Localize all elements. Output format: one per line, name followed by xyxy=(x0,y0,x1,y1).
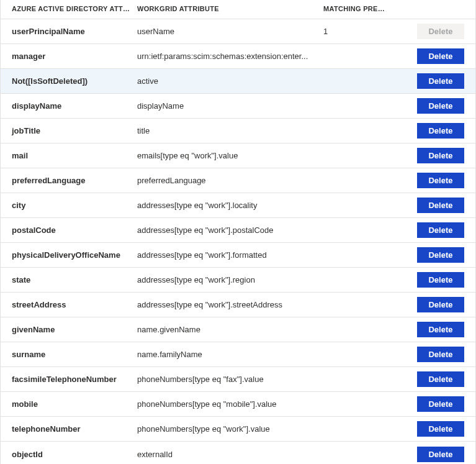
delete-button[interactable]: Delete xyxy=(417,322,464,337)
cell-azure-attribute: postalCode xyxy=(1,225,137,235)
cell-azure-attribute: displayName xyxy=(1,101,137,111)
cell-matching-precedence: 1 xyxy=(323,27,392,36)
cell-workgrid-attribute: preferredLanguage xyxy=(137,176,323,185)
cell-action: Delete xyxy=(392,123,475,139)
cell-workgrid-attribute: urn:ietf:params:scim:schemas:extension:e… xyxy=(137,52,323,61)
cell-azure-attribute: userPrincipalName xyxy=(1,27,137,36)
table-body: userPrincipalNameuserName1Deletemanageru… xyxy=(1,19,475,464)
delete-button[interactable]: Delete xyxy=(417,198,464,213)
delete-button: Delete xyxy=(417,24,464,39)
cell-workgrid-attribute: userName xyxy=(137,27,323,36)
table-row[interactable]: userPrincipalNameuserName1Delete xyxy=(1,19,475,44)
delete-button[interactable]: Delete xyxy=(417,371,464,387)
cell-azure-attribute: Not([IsSoftDeleted]) xyxy=(1,76,137,86)
cell-action: Delete xyxy=(392,421,475,437)
cell-action: Delete xyxy=(392,198,475,213)
table-row[interactable]: physicalDeliveryOfficeNameaddresses[type… xyxy=(1,243,475,268)
table-row[interactable]: jobTitletitleDelete xyxy=(1,119,475,143)
table-row[interactable]: mailemails[type eq "work"].valueDelete xyxy=(1,143,475,168)
header-matching-precedence: MATCHING PREC... xyxy=(323,5,392,12)
delete-button[interactable]: Delete xyxy=(417,222,464,238)
delete-button[interactable]: Delete xyxy=(417,48,464,64)
cell-azure-attribute: preferredLanguage xyxy=(1,176,137,185)
delete-button[interactable]: Delete xyxy=(417,272,464,288)
delete-button[interactable]: Delete xyxy=(417,447,464,462)
delete-button[interactable]: Delete xyxy=(417,297,464,312)
cell-azure-attribute: city xyxy=(1,201,137,210)
cell-azure-attribute: streetAddress xyxy=(1,300,137,309)
table-row[interactable]: surnamename.familyNameDelete xyxy=(1,342,475,367)
cell-azure-attribute: telephoneNumber xyxy=(1,424,137,434)
cell-workgrid-attribute: externalId xyxy=(137,450,323,459)
table-row[interactable]: streetAddressaddresses[type eq "work"].s… xyxy=(1,293,475,317)
delete-button[interactable]: Delete xyxy=(417,247,464,263)
cell-action: Delete xyxy=(392,98,475,114)
cell-azure-attribute: mail xyxy=(1,151,137,160)
cell-workgrid-attribute: addresses[type eq "work"].streetAddress xyxy=(137,300,323,309)
header-azure-attribute: AZURE ACTIVE DIRECTORY ATTRIBU... xyxy=(1,5,137,12)
delete-button[interactable]: Delete xyxy=(417,396,464,412)
cell-workgrid-attribute: name.givenName xyxy=(137,325,323,334)
attribute-mapping-table: AZURE ACTIVE DIRECTORY ATTRIBU... WORKGR… xyxy=(0,0,476,464)
table-row[interactable]: givenNamename.givenNameDelete xyxy=(1,317,475,342)
cell-workgrid-attribute: addresses[type eq "work"].locality xyxy=(137,201,323,210)
cell-azure-attribute: facsimileTelephoneNumber xyxy=(1,375,137,384)
cell-azure-attribute: mobile xyxy=(1,399,137,409)
table-row[interactable]: displayNamedisplayNameDelete xyxy=(1,94,475,119)
cell-azure-attribute: manager xyxy=(1,52,137,61)
cell-action: Delete xyxy=(392,148,475,163)
cell-azure-attribute: jobTitle xyxy=(1,126,137,135)
cell-workgrid-attribute: phoneNumbers[type eq "work"].value xyxy=(137,424,323,434)
delete-button[interactable]: Delete xyxy=(417,148,464,163)
cell-workgrid-attribute: displayName xyxy=(137,101,323,111)
table-row[interactable]: stateaddresses[type eq "work"].regionDel… xyxy=(1,268,475,293)
cell-azure-attribute: state xyxy=(1,275,137,284)
cell-azure-attribute: objectId xyxy=(1,450,137,459)
cell-workgrid-attribute: phoneNumbers[type eq "mobile"].value xyxy=(137,399,323,409)
cell-workgrid-attribute: active xyxy=(137,76,323,86)
cell-action: Delete xyxy=(392,222,475,238)
table-row[interactable]: telephoneNumberphoneNumbers[type eq "wor… xyxy=(1,417,475,442)
table-row[interactable]: Not([IsSoftDeleted])activeDelete xyxy=(1,69,475,94)
cell-azure-attribute: givenName xyxy=(1,325,137,334)
table-header-row: AZURE ACTIVE DIRECTORY ATTRIBU... WORKGR… xyxy=(1,0,475,19)
cell-workgrid-attribute: addresses[type eq "work"].formatted xyxy=(137,250,323,260)
table-row[interactable]: objectIdexternalIdDelete xyxy=(1,442,475,464)
cell-action: Delete xyxy=(392,322,475,337)
delete-button[interactable]: Delete xyxy=(417,123,464,139)
table-row[interactable]: preferredLanguagepreferredLanguageDelete xyxy=(1,168,475,193)
delete-button[interactable]: Delete xyxy=(417,347,464,362)
table-row[interactable]: postalCodeaddresses[type eq "work"].post… xyxy=(1,218,475,243)
cell-azure-attribute: surname xyxy=(1,350,137,359)
delete-button[interactable]: Delete xyxy=(417,98,464,114)
delete-button[interactable]: Delete xyxy=(417,173,464,188)
delete-button[interactable]: Delete xyxy=(417,421,464,437)
table-row[interactable]: mobilephoneNumbers[type eq "mobile"].val… xyxy=(1,392,475,417)
cell-action: Delete xyxy=(392,173,475,188)
table-row[interactable]: facsimileTelephoneNumberphoneNumbers[typ… xyxy=(1,367,475,392)
cell-workgrid-attribute: addresses[type eq "work"].postalCode xyxy=(137,225,323,235)
cell-action: Delete xyxy=(392,371,475,387)
cell-action: Delete xyxy=(392,247,475,263)
cell-workgrid-attribute: phoneNumbers[type eq "fax"].value xyxy=(137,375,323,384)
cell-action: Delete xyxy=(392,73,475,89)
table-row[interactable]: managerurn:ietf:params:scim:schemas:exte… xyxy=(1,44,475,69)
cell-workgrid-attribute: title xyxy=(137,126,323,135)
cell-azure-attribute: physicalDeliveryOfficeName xyxy=(1,250,137,260)
cell-action: Delete xyxy=(392,396,475,412)
header-workgrid-attribute: WORKGRID ATTRIBUTE xyxy=(137,5,323,12)
cell-action: Delete xyxy=(392,347,475,362)
cell-workgrid-attribute: emails[type eq "work"].value xyxy=(137,151,323,160)
cell-action: Delete xyxy=(392,48,475,64)
cell-action: Delete xyxy=(392,297,475,312)
cell-workgrid-attribute: addresses[type eq "work"].region xyxy=(137,275,323,284)
cell-action: Delete xyxy=(392,24,475,39)
cell-action: Delete xyxy=(392,272,475,288)
cell-action: Delete xyxy=(392,447,475,462)
table-row[interactable]: cityaddresses[type eq "work"].localityDe… xyxy=(1,193,475,218)
delete-button[interactable]: Delete xyxy=(417,73,464,89)
cell-workgrid-attribute: name.familyName xyxy=(137,350,323,359)
